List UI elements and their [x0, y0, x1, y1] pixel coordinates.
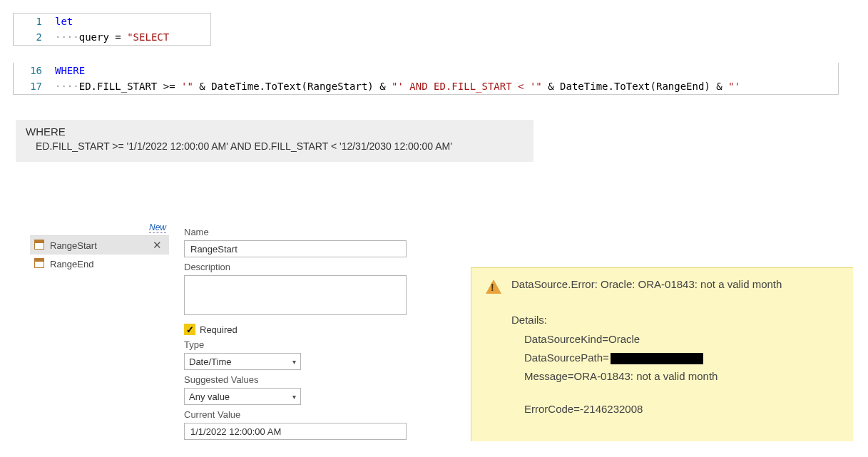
parameter-item-rangeend[interactable]: RangeEnd: [30, 255, 169, 273]
error-code: ErrorCode=-2146232008: [524, 403, 839, 415]
error-path: DataSourcePath=: [524, 349, 839, 367]
error-path-prefix: DataSourcePath=: [524, 351, 609, 364]
parameter-list: RangeStart✕RangeEnd: [30, 235, 169, 273]
parameter-item-rangestart[interactable]: RangeStart✕: [30, 236, 169, 255]
code-text[interactable]: WHERE: [55, 63, 85, 78]
suggested-values-label: Suggested Values: [184, 374, 412, 385]
line-number: 1: [14, 14, 55, 29]
calendar-icon: [34, 258, 46, 269]
code-text[interactable]: let: [55, 14, 73, 29]
chevron-down-icon: ▾: [292, 358, 296, 366]
redacted-path: [611, 353, 703, 364]
calendar-icon: [34, 240, 46, 251]
code-editor-top[interactable]: 1let2····query = "SELECT: [13, 13, 211, 46]
current-value-label: Current Value: [184, 409, 412, 420]
error-message: Message=ORA-01843: not a valid month: [524, 367, 839, 386]
code-editor-bottom[interactable]: 16WHERE17····ED.FILL_START >= '" & DateT…: [13, 63, 839, 95]
code-line[interactable]: 1let: [14, 14, 210, 29]
parameter-form: Name Description ✓ Required Type Date/Ti…: [184, 222, 412, 440]
error-title: DataSource.Error: Oracle: ORA-01843: not…: [511, 278, 782, 290]
line-number: 17: [14, 78, 55, 94]
name-input[interactable]: [184, 240, 407, 257]
name-label: Name: [184, 227, 412, 237]
description-label: Description: [184, 262, 412, 272]
line-number: 2: [14, 29, 55, 45]
type-value: Date/Time: [189, 356, 231, 367]
warning-icon: [486, 279, 501, 294]
code-line[interactable]: 17····ED.FILL_START >= '" & DateTime.ToT…: [14, 78, 838, 94]
suggested-values-value: Any value: [189, 391, 230, 402]
type-dropdown[interactable]: Date/Time ▾: [184, 353, 301, 370]
code-line[interactable]: 2····query = "SELECT: [14, 29, 210, 45]
description-input[interactable]: [184, 275, 407, 315]
parameter-item-label: RangeEnd: [50, 259, 165, 269]
resolved-query-preview: WHERE ED.FILL_START >= '1/1/2022 12:00:0…: [16, 120, 533, 162]
resolved-where-clause: ED.FILL_START >= '1/1/2022 12:00:00 AM' …: [26, 140, 524, 152]
required-checkbox[interactable]: ✓: [184, 324, 195, 335]
current-value-input[interactable]: [184, 423, 407, 440]
required-label: Required: [200, 324, 238, 335]
new-parameter-link[interactable]: New: [149, 222, 166, 233]
error-details-label: Details:: [511, 314, 839, 326]
error-panel: DataSource.Error: Oracle: ORA-01843: not…: [471, 267, 853, 441]
chevron-down-icon: ▾: [292, 393, 296, 401]
code-text[interactable]: ····ED.FILL_START >= '" & DateTime.ToTex…: [55, 78, 740, 94]
parameter-item-label: RangeStart: [50, 240, 153, 251]
suggested-values-dropdown[interactable]: Any value ▾: [184, 388, 301, 405]
code-text[interactable]: ····query = "SELECT: [55, 29, 169, 45]
resolved-where-keyword: WHERE: [26, 125, 524, 138]
close-icon[interactable]: ✕: [153, 239, 165, 252]
type-label: Type: [184, 339, 412, 350]
error-kind: DataSourceKind=Oracle: [524, 330, 839, 349]
line-number: 16: [14, 63, 55, 78]
code-line[interactable]: 16WHERE: [14, 63, 838, 78]
